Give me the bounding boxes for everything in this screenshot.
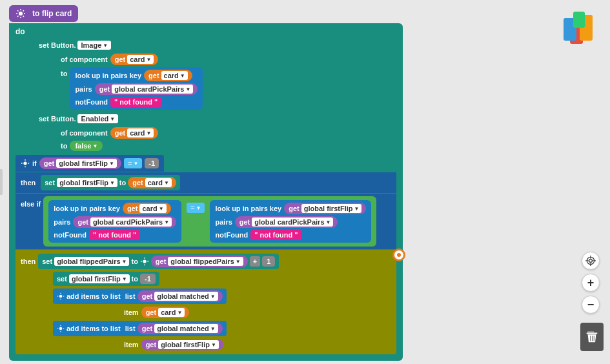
get-global-matched-2: get global matched▼ <box>137 323 223 334</box>
one-block: 1 <box>262 256 275 267</box>
global-firstflip-set2-dropdown[interactable]: global firstFlip▼ <box>69 274 130 283</box>
get-card-key-1: get card▼ <box>144 70 192 81</box>
trash-btn[interactable] <box>580 323 604 351</box>
to-label-2: to <box>61 142 67 150</box>
get-global-cardpickpairs-1: get global cardPickPairs▼ <box>95 83 198 95</box>
then-label-1: then <box>21 179 36 187</box>
of-component-label: of component <box>61 56 108 63</box>
svg-point-6 <box>143 259 146 263</box>
card-dropdown-2[interactable]: card▼ <box>127 128 154 137</box>
to-label-1: to <box>61 70 67 77</box>
svg-point-10 <box>589 259 593 263</box>
trash-icon <box>585 330 599 344</box>
global-firstflip-dropdown-3[interactable]: global firstFlip▼ <box>301 204 362 213</box>
global-flippedpairs-set-dropdown[interactable]: global flippedPairs▼ <box>54 257 129 266</box>
minus1-block: -1 <box>145 158 159 168</box>
card-dropdown-1[interactable]: card▼ <box>127 55 154 64</box>
get-firstflip-key-3: get global firstFlip▼ <box>284 203 366 214</box>
get-firstflip-item-2: get global firstFlip▼ <box>141 339 223 350</box>
then-block-2: then set global flippedPairs▼ to get <box>15 250 396 354</box>
notfound-label-1: notFound <box>75 98 108 106</box>
gear-icon-add2 <box>57 325 65 332</box>
card-item-dropdown-1[interactable]: card▼ <box>158 308 185 317</box>
minus-icon: − <box>587 298 595 312</box>
pairs-label-1: pairs <box>75 85 92 93</box>
set-button-enabled-row: set Button. Enabled▼ of component get ca… <box>35 112 396 151</box>
plus-icon: + <box>587 276 595 290</box>
get-flippedpairs-math: get global flippedPairs▼ <box>151 256 248 267</box>
lookup-key-label-3: look up in pairs key <box>215 205 281 212</box>
svg-point-5 <box>23 161 26 165</box>
svg-point-4 <box>19 12 23 15</box>
add-items-list-1: add items to list list get global matche… <box>53 288 227 304</box>
global-cardpickpairs-dropdown-2[interactable]: global cardPickPairs▼ <box>90 217 172 227</box>
false-dropdown[interactable]: false▼ <box>70 141 103 151</box>
set-firstflip-minus1: set global firstFlip▼ to -1 <box>53 272 159 286</box>
image-dropdown[interactable]: Image▼ <box>77 41 111 50</box>
global-firstflip-set-dropdown[interactable]: global firstFlip▼ <box>57 178 117 187</box>
get-firstflip-1: get global firstFlip▼ <box>39 157 121 169</box>
notfound-label-3: notFound <box>215 231 248 239</box>
minus1-block-2: -1 <box>140 274 156 284</box>
app-logo <box>557 5 602 50</box>
zoom-in-btn[interactable]: + <box>582 274 600 292</box>
item-label-1: item <box>124 308 139 316</box>
notfound-label-2: notFound <box>54 231 86 239</box>
not-found-string-1: " not found " <box>110 97 161 107</box>
svg-rect-3 <box>573 12 585 28</box>
global-cardpickpairs-dropdown-1[interactable]: global cardPickPairs▼ <box>112 85 193 94</box>
target-tool-icon <box>585 256 596 266</box>
card-dropdown-key-2[interactable]: card▼ <box>139 204 166 213</box>
if-label: if <box>32 159 37 167</box>
global-cardpickpairs-dropdown-3[interactable]: global cardPickPairs▼ <box>252 217 333 227</box>
equals-dropdown-2[interactable]: =▼ <box>187 203 205 213</box>
global-matched-dropdown-1[interactable]: global matched▼ <box>154 292 218 301</box>
firstflip-dropdown-1[interactable]: global firstFlip▼ <box>56 159 117 168</box>
set-flippedpairs-row: set global flippedPairs▼ to get glob <box>38 254 279 269</box>
lookup-key-label-1: look up in pairs key <box>75 72 141 79</box>
enabled-dropdown[interactable]: Enabled▼ <box>77 114 118 123</box>
get-card-block-1: get card▼ <box>110 54 159 65</box>
get-card-item-1: get card▼ <box>141 307 190 318</box>
card-dropdown-key-1[interactable]: card▼ <box>161 71 188 80</box>
not-found-string-2: " not found " <box>89 230 140 240</box>
then-label-2: then <box>21 258 36 265</box>
lookup-block-1: look up in pairs key get card▼ pairs get <box>70 67 203 110</box>
lookup-block-3: look up in pairs key get global firstFli… <box>210 200 371 243</box>
event-header: to flip card <box>9 5 78 22</box>
get-global-cardpickpairs-3: get global cardPickPairs▼ <box>235 216 338 228</box>
global-firstflip-item-dropdown[interactable]: global firstFlip▼ <box>158 340 219 349</box>
gear-icon-math <box>140 257 149 266</box>
set-firstflip-row: set global firstFlip▼ to get card▼ <box>41 175 180 190</box>
gear-icon-if <box>21 159 30 168</box>
zoom-out-btn[interactable]: − <box>582 296 600 314</box>
gear-icon <box>15 8 26 19</box>
card-dropdown-then[interactable]: card▼ <box>145 178 172 187</box>
equals-dropdown[interactable]: =▼ <box>124 158 142 168</box>
get-card-key-2: get card▼ <box>123 203 171 214</box>
left-edge-indicator <box>0 169 3 195</box>
get-card-then: get card▼ <box>128 177 176 188</box>
target-tool-btn[interactable] <box>582 252 600 270</box>
not-found-string-3: " not found " <box>250 230 301 240</box>
else-if-container: look up in pairs key get card▼ pairs <box>43 196 376 247</box>
global-matched-dropdown-2[interactable]: global matched▼ <box>154 324 218 333</box>
add-items-list-2: add items to list list get global matche… <box>53 321 227 336</box>
else-if-label: else if <box>21 200 41 208</box>
set-button-image-row: set Button. Image▼ of component get card… <box>35 39 396 110</box>
svg-point-7 <box>59 295 63 298</box>
pairs-label-3: pairs <box>215 218 232 226</box>
global-flippedpairs-get-dropdown[interactable]: global flippedPairs▼ <box>168 257 243 266</box>
do-label: do <box>15 27 396 36</box>
lookup-key-label-2: look up in pairs key <box>54 205 120 212</box>
of-component-label-2: of component <box>61 129 108 137</box>
plus-label: + <box>250 256 260 267</box>
get-card-block-2: get card▼ <box>110 127 159 139</box>
get-global-matched-1: get global matched▼ <box>137 290 223 302</box>
lookup-block-2: look up in pairs key get card▼ pairs <box>48 200 181 243</box>
target-icon <box>392 248 405 261</box>
pairs-label-2: pairs <box>54 218 70 226</box>
item-label-2: item <box>124 341 139 349</box>
gear-icon-add1 <box>57 292 65 300</box>
svg-point-8 <box>59 327 63 330</box>
